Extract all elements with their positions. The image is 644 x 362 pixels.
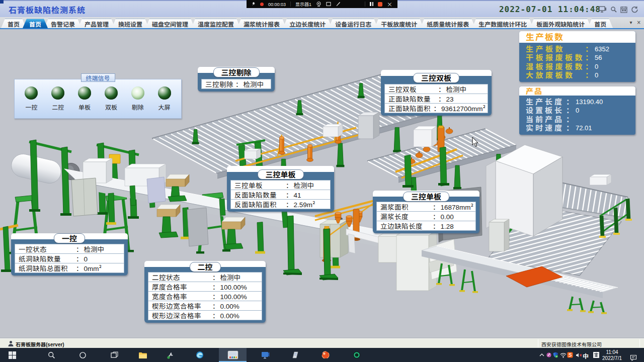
tab-9[interactable]: 设备运行日志 bbox=[329, 19, 378, 28]
row-label: 宽度合格率 bbox=[152, 292, 212, 301]
tab-4[interactable]: 换班设置 bbox=[112, 19, 149, 28]
record-time: 00:00:03 bbox=[268, 1, 286, 8]
tab-12[interactable]: 生产数据统计环比 bbox=[472, 19, 533, 28]
tab-11[interactable]: 纸质量统计报表 bbox=[420, 19, 475, 28]
close-recorder-button[interactable]: × bbox=[387, 2, 392, 7]
clock-date: 2022/7/1 bbox=[602, 355, 622, 361]
row-colon: ： bbox=[433, 202, 440, 211]
tab-2[interactable]: 告警记录 bbox=[44, 19, 82, 28]
sogou-ime-icon[interactable] bbox=[566, 348, 574, 362]
mouse-cursor bbox=[472, 137, 479, 147]
row-value: 41 bbox=[294, 190, 301, 199]
signal-orb-icon bbox=[78, 86, 91, 100]
datetime-display: 2022-07-01 11:04:48 bbox=[499, 5, 601, 14]
ime-keyboard-icon[interactable] bbox=[592, 348, 600, 362]
row-colon: ： bbox=[585, 70, 593, 79]
ime-language-indicator[interactable]: 中 bbox=[583, 351, 589, 360]
screenshot-icon[interactable] bbox=[326, 2, 331, 7]
row-label: 三控双板 bbox=[388, 84, 438, 94]
notes-app-icon[interactable] bbox=[289, 348, 301, 362]
row-colon: ： bbox=[212, 282, 219, 291]
cortana-icon[interactable] bbox=[76, 348, 89, 362]
divider bbox=[639, 339, 640, 347]
signal-label: 二控 bbox=[52, 103, 64, 111]
tab-14[interactable]: 首页 bbox=[588, 19, 613, 28]
tab-1[interactable]: 首页 bbox=[23, 19, 48, 28]
stop-button[interactable] bbox=[378, 2, 382, 7]
gypsum-board-defect-detection-system: { "window": { "title": "石膏板缺陷检测系统", "dat… bbox=[0, 0, 644, 362]
row-value: 100.00% bbox=[220, 292, 247, 301]
lock-icon[interactable] bbox=[610, 6, 617, 13]
browser-app-icon[interactable] bbox=[319, 348, 332, 362]
sankong-shuangban-panel: 三控双板 三控双板：检测中 正面缺陷数量：23 正面缺陷面积：93612700m… bbox=[381, 70, 492, 116]
terminal-signal-panel: 终端信号 一控 二控 单板 双板 剔除 bbox=[14, 73, 182, 119]
tab-0[interactable]: 首页 bbox=[1, 19, 26, 28]
tab-3[interactable]: 产品管理 bbox=[78, 19, 115, 28]
webcam-icon[interactable] bbox=[316, 2, 321, 7]
row-value: 检测中 bbox=[294, 180, 314, 190]
edge-browser-icon[interactable] bbox=[194, 348, 206, 362]
pin-icon[interactable] bbox=[252, 2, 256, 6]
row-value: 0 bbox=[576, 106, 579, 114]
signal-0: 一控 bbox=[20, 86, 43, 111]
camera-app-icon[interactable] bbox=[351, 348, 363, 362]
titlebar-icons bbox=[599, 6, 638, 13]
signal-3: 双板 bbox=[100, 86, 123, 111]
remote-app-icon[interactable] bbox=[259, 348, 271, 362]
tab-5[interactable]: 磁盘空间管理 bbox=[145, 19, 195, 28]
panel-row: 漏浆长度：0.00 bbox=[377, 211, 475, 221]
calendar-icon[interactable] bbox=[620, 6, 627, 13]
tab-overflow-icon[interactable]: ▾ bbox=[630, 20, 632, 25]
tab-7[interactable]: 漏浆统计报表 bbox=[237, 19, 286, 28]
panel-row: 漏浆面积：16878mm² bbox=[377, 202, 475, 211]
signal-orb-icon bbox=[131, 86, 144, 100]
search-icon[interactable] bbox=[45, 348, 57, 362]
stats-row: 大放废板数：0 bbox=[526, 70, 630, 79]
paint3d-app-icon[interactable] bbox=[165, 348, 177, 362]
row-colon: ： bbox=[76, 263, 83, 273]
row-value: 0 bbox=[595, 70, 598, 79]
row-value: 0 bbox=[84, 254, 88, 263]
detection-app-icon[interactable] bbox=[227, 348, 239, 362]
start-button[interactable] bbox=[6, 348, 18, 362]
panel-row: 三控剔除：检测中 bbox=[202, 79, 271, 88]
row-value: 检测中 bbox=[244, 79, 264, 88]
panel-row: 正面缺陷数量：23 bbox=[385, 94, 488, 103]
server-person-icon bbox=[8, 340, 14, 347]
antivirus-icon[interactable] bbox=[551, 348, 559, 362]
signal-label: 剔除 bbox=[132, 103, 144, 111]
erkong-panel: 二控 二控状态：检测中 厚度合格率：100.00% 宽度合格率：100.00% … bbox=[144, 261, 266, 323]
row-colon: ： bbox=[433, 212, 440, 221]
monitor-label[interactable]: 显示器1 bbox=[295, 1, 311, 8]
row-colon: ： bbox=[433, 221, 440, 230]
row-colon: ： bbox=[212, 311, 219, 320]
tab-6[interactable]: 温度监控配置 bbox=[191, 19, 240, 28]
power-refresh-icon[interactable] bbox=[631, 6, 638, 13]
stats-row: 实时速度：72.01 bbox=[526, 123, 630, 132]
tab-13[interactable]: 板面外观缺陷统计 bbox=[530, 19, 591, 28]
row-value: 检测中 bbox=[84, 244, 105, 253]
tab-8[interactable]: 立边长度统计 bbox=[283, 19, 332, 28]
action-center-icon[interactable] bbox=[630, 351, 637, 362]
panel-row: 立边缺陷长度：1.28 bbox=[377, 221, 475, 230]
row-label: 二控状态 bbox=[152, 273, 212, 282]
display-settings-icon[interactable] bbox=[599, 6, 607, 13]
tab-10[interactable]: 干板放废统计 bbox=[374, 19, 424, 28]
panel-rows: 三控剔除：检测中 bbox=[201, 79, 271, 89]
product-panel: 产品 生产长度：13190.40 设置板长：0 当前产品： 实时速度：72.01 bbox=[519, 86, 635, 135]
row-label: 实时速度 bbox=[526, 123, 566, 132]
panel-row: 反面缺陷面积：2.59m² bbox=[231, 199, 330, 209]
row-value: 56 bbox=[595, 53, 602, 61]
speaker-muted-icon[interactable] bbox=[575, 348, 583, 362]
tab-close-icon[interactable]: × bbox=[637, 20, 641, 25]
file-explorer-icon[interactable] bbox=[137, 348, 149, 362]
row-colon: ： bbox=[286, 200, 293, 209]
panel-title-pill: 一控 bbox=[54, 233, 85, 243]
factory-3d-view[interactable]: 终端信号 一控 二控 单板 双板 剔除 bbox=[0, 29, 644, 338]
pause-button[interactable] bbox=[370, 2, 373, 6]
panel-row: 正面缺陷面积：93612700mm² bbox=[385, 103, 488, 113]
row-label: 一控状态 bbox=[19, 244, 76, 253]
pen-icon[interactable] bbox=[336, 2, 341, 7]
taskbar-clock[interactable]: 11:042022/7/1 bbox=[602, 349, 622, 361]
task-view-icon[interactable] bbox=[108, 348, 120, 362]
